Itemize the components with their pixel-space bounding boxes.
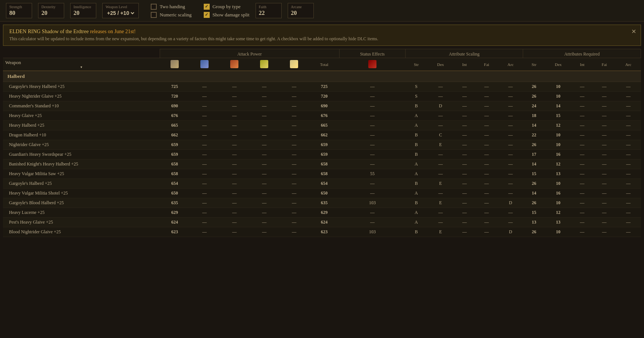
dexterity-stat[interactable]: Dexterity 20 bbox=[38, 3, 64, 18]
sc-arc-header[interactable]: Arc bbox=[498, 58, 523, 71]
table-cell: — bbox=[498, 169, 523, 179]
weapon-name-cell[interactable]: Dragon Halberd +10 bbox=[3, 130, 160, 140]
table-cell: — bbox=[340, 82, 406, 92]
numeric-scaling-row[interactable]: Numeric scaling bbox=[151, 12, 192, 18]
table-cell: — bbox=[279, 150, 309, 159]
arcane-stat[interactable]: Arcane 20 bbox=[288, 3, 314, 18]
sc-int-header[interactable]: Int bbox=[454, 58, 475, 71]
table-cell: 15 bbox=[523, 169, 545, 179]
sc-fai-header[interactable]: Fai bbox=[475, 58, 498, 71]
weapon-name-cell[interactable]: Gargoyle's Heavy Halberd +25 bbox=[3, 82, 160, 92]
weapon-name-cell[interactable]: Heavy Halberd +25 bbox=[3, 121, 160, 130]
group-by-type-checkbox[interactable] bbox=[204, 4, 210, 10]
total-col-header[interactable]: Total bbox=[309, 58, 339, 71]
show-damage-split-row[interactable]: Show damage split bbox=[204, 12, 250, 18]
weapon-name-cell[interactable]: Pest's Heavy Glaive +25 bbox=[3, 218, 160, 227]
table-cell: — bbox=[219, 121, 249, 130]
table-cell: 629 bbox=[309, 208, 339, 218]
banner-close-button[interactable]: ✕ bbox=[631, 28, 636, 35]
table-row[interactable]: Heavy Nightrider Glaive +25720————720—S—… bbox=[3, 92, 641, 101]
table-cell: — bbox=[593, 159, 616, 169]
weapon-sort-arrow[interactable]: ▼ bbox=[5, 66, 157, 69]
weapon-name-cell[interactable]: Heavy Nightrider Glaive +25 bbox=[3, 92, 160, 101]
table-cell: — bbox=[616, 198, 641, 208]
table-cell: — bbox=[616, 111, 641, 121]
table-row[interactable]: Gargoyle's Halberd +25654————654—BE———26… bbox=[3, 179, 641, 189]
table-cell: — bbox=[249, 121, 279, 130]
table-cell: — bbox=[219, 169, 249, 179]
table-cell: — bbox=[593, 130, 616, 140]
table-cell: — bbox=[475, 121, 498, 130]
arcane-value[interactable]: 20 bbox=[291, 10, 310, 16]
table-cell: — bbox=[427, 92, 454, 101]
weapon-name-cell[interactable]: Commander's Standard +10 bbox=[3, 101, 160, 111]
table-cell: — bbox=[475, 169, 498, 179]
table-row[interactable]: Heavy Halberd +25665————665—A————1412——— bbox=[3, 121, 641, 130]
table-row[interactable]: Heavy Vulgar Militia Shotel +25650————65… bbox=[3, 189, 641, 198]
table-row[interactable]: Pest's Heavy Glaive +25624————624—A————1… bbox=[3, 218, 641, 227]
table-cell: — bbox=[279, 111, 309, 121]
table-cell: E bbox=[427, 179, 454, 189]
table-cell: — bbox=[572, 150, 593, 159]
intelligence-stat[interactable]: Intelligence 20 bbox=[70, 3, 96, 18]
sc-str-header[interactable]: Str bbox=[405, 58, 427, 71]
weapon-name-cell[interactable]: Gargoyle's Halberd +25 bbox=[3, 179, 160, 189]
weapon-name-cell[interactable]: Nightrider Glaive +25 bbox=[3, 140, 160, 150]
strength-stat[interactable]: Strength 80 bbox=[6, 3, 32, 18]
table-cell: S bbox=[405, 82, 427, 92]
req-fai-header[interactable]: Fai bbox=[593, 58, 616, 71]
table-row[interactable]: Guardian's Heavy Swordspear +25659————65… bbox=[3, 150, 641, 159]
two-handing-checkbox[interactable] bbox=[151, 4, 157, 10]
two-handing-row[interactable]: Two handing bbox=[151, 4, 192, 10]
strength-value[interactable]: 80 bbox=[9, 10, 29, 16]
faith-value[interactable]: 22 bbox=[259, 10, 278, 16]
weapon-name-cell[interactable]: Heavy Glaive +25 bbox=[3, 111, 160, 121]
table-cell: 654 bbox=[309, 179, 339, 189]
table-cell: — bbox=[279, 208, 309, 218]
sc-dex-header[interactable]: Dex bbox=[427, 58, 454, 71]
dexterity-value[interactable]: 20 bbox=[41, 10, 61, 16]
weapon-name-cell[interactable]: Blood Nightrider Glaive +25 bbox=[3, 227, 160, 237]
table-row[interactable]: Commander's Standard +10690————690—BD———… bbox=[3, 101, 641, 111]
weapon-level-group[interactable]: Weapon Level +25 / +10 +24 / +9 +0 / +0 bbox=[102, 3, 139, 18]
table-cell: — bbox=[593, 179, 616, 189]
req-dex-header[interactable]: Dex bbox=[545, 58, 571, 71]
table-cell: — bbox=[593, 208, 616, 218]
table-row[interactable]: Blood Nightrider Glaive +25623————623103… bbox=[3, 227, 641, 237]
table-row[interactable]: Heavy Glaive +25676————676—A————1815——— bbox=[3, 111, 641, 121]
weapon-name-cell[interactable]: Gargoyle's Blood Halberd +25 bbox=[3, 198, 160, 208]
table-row[interactable]: Heavy Vulgar Militia Saw +25658————65855… bbox=[3, 169, 641, 179]
table-cell: 624 bbox=[160, 218, 190, 227]
table-row[interactable]: Heavy Lucerne +25629————629—A————1512——— bbox=[3, 208, 641, 218]
req-str-header[interactable]: Str bbox=[523, 58, 545, 71]
weapon-level-select[interactable]: +25 / +10 +24 / +9 +0 / +0 bbox=[106, 10, 135, 16]
table-cell: — bbox=[454, 130, 475, 140]
weapon-name-cell[interactable]: Heavy Vulgar Militia Shotel +25 bbox=[3, 189, 160, 198]
table-cell: — bbox=[498, 218, 523, 227]
table-cell: — bbox=[498, 208, 523, 218]
table-cell: — bbox=[475, 92, 498, 101]
table-cell: — bbox=[454, 92, 475, 101]
attack-power-group-header: Attack Power bbox=[160, 49, 340, 58]
show-damage-split-checkbox[interactable] bbox=[204, 12, 210, 18]
faith-stat[interactable]: Faith 22 bbox=[256, 3, 282, 18]
weapon-name-cell[interactable]: Guardian's Heavy Swordspear +25 bbox=[3, 150, 160, 159]
intelligence-value[interactable]: 20 bbox=[74, 10, 93, 16]
weapon-name-cell[interactable]: Heavy Vulgar Militia Saw +25 bbox=[3, 169, 160, 179]
table-row[interactable]: Banished Knight's Heavy Halberd +25658——… bbox=[3, 159, 641, 169]
weapon-name-cell[interactable]: Heavy Lucerne +25 bbox=[3, 208, 160, 218]
weapon-name-cell[interactable]: Banished Knight's Heavy Halberd +25 bbox=[3, 159, 160, 169]
intelligence-label: Intelligence bbox=[74, 5, 93, 9]
table-cell: — bbox=[593, 111, 616, 121]
req-arc-header[interactable]: Arc bbox=[616, 58, 641, 71]
table-row[interactable]: Gargoyle's Blood Halberd +25635————63510… bbox=[3, 198, 641, 208]
weapon-sub-header[interactable]: Weapon ▼ bbox=[3, 58, 160, 71]
table-cell: 720 bbox=[309, 92, 339, 101]
req-int-header[interactable]: Int bbox=[572, 58, 593, 71]
table-row[interactable]: Gargoyle's Heavy Halberd +25725————725—S… bbox=[3, 82, 641, 92]
table-row[interactable]: Nightrider Glaive +25659————659—BE———261… bbox=[3, 140, 641, 150]
group-by-type-row[interactable]: Group by type bbox=[204, 4, 250, 10]
numeric-scaling-checkbox[interactable] bbox=[151, 12, 157, 18]
table-row[interactable]: Dragon Halberd +10662————662—BC———2210——… bbox=[3, 130, 641, 140]
table-cell: — bbox=[454, 159, 475, 169]
